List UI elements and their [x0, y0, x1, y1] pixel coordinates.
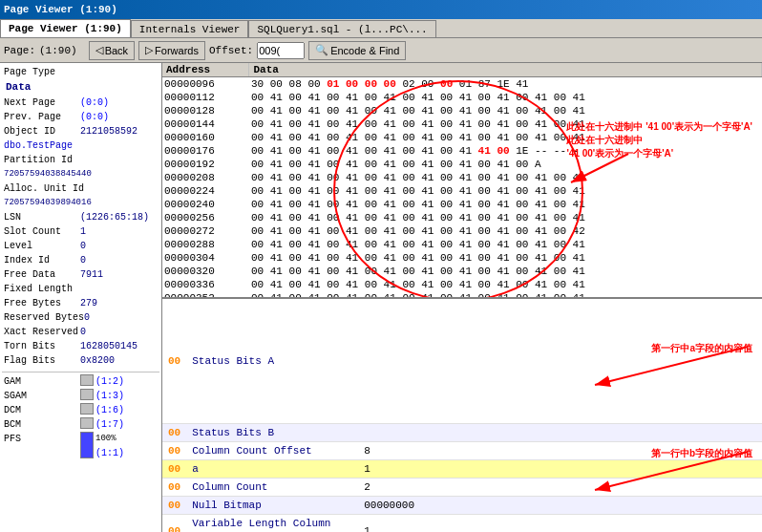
page-value: (1:90) [39, 45, 77, 56]
hex-data: 00 41 00 41 00 41 00 41 00 41 00 41 00 4… [249, 251, 762, 265]
detail-dot: 00 [162, 441, 186, 459]
hex-data: 00 41 00 41 00 41 00 41 00 41 00 41 00 4… [249, 158, 762, 171]
hex-row: 0000027200 41 00 41 00 41 00 41 00 41 00… [162, 224, 762, 238]
detail-name: Status Bits A [186, 299, 358, 424]
window-title: Page Viewer (1:90) [4, 4, 117, 15]
detail-value: 1 [358, 514, 762, 532]
page-label: Page: [4, 45, 35, 56]
main-layout: Page Type Data Next Page (0:0) Prev. Pag… [0, 63, 762, 532]
detail-dot: 00 [162, 459, 186, 478]
hex-address: 00000256 [162, 211, 249, 224]
detail-row: 00a1 [162, 459, 762, 478]
gam-checkbox [80, 374, 94, 386]
data-section: Data [2, 79, 159, 96]
encode-icon: 🔍 [315, 44, 328, 56]
hex-data: 00 41 00 41 00 41 00 41 00 41 00 41 00 4… [249, 238, 762, 251]
hex-address: 00000304 [162, 251, 249, 265]
hex-row: 0000035200 41 00 41 00 41 00 41 00 41 00… [162, 291, 762, 299]
hex-address: 00000176 [162, 144, 249, 158]
detail-name: Null Bitmap [186, 496, 358, 514]
detail-value: 2 [358, 478, 762, 496]
detail-name: Column Count Offset [186, 441, 358, 459]
detail-row: 00Column Count Offset8 [162, 441, 762, 459]
hex-row: 0000017600 41 00 41 00 41 00 41 00 41 00… [162, 144, 762, 158]
data-header: Data [249, 63, 762, 77]
page-type-label: Page Type [4, 65, 80, 79]
hex-row: 0000033600 41 00 41 00 41 00 41 00 41 00… [162, 278, 762, 291]
hex-row: 0000012800 41 00 41 00 41 00 41 00 41 00… [162, 104, 762, 117]
offset-label: Offset: [209, 45, 253, 56]
hex-row: 0000011200 41 00 41 00 41 00 41 00 41 00… [162, 91, 762, 104]
hex-row: 0000024000 41 00 41 00 41 00 41 00 41 00… [162, 198, 762, 211]
hex-address: 00000336 [162, 278, 249, 291]
hex-address: 00000192 [162, 158, 249, 171]
hex-address: 00000320 [162, 265, 249, 278]
back-icon: ◁ [95, 44, 103, 56]
hex-address: 00000112 [162, 91, 249, 104]
toolbar: Page: (1:90) ◁ Back ▷ Forwards Offset: 🔍… [0, 38, 762, 63]
hex-address: 00000240 [162, 198, 249, 211]
index-id-value: 0 [80, 253, 86, 267]
tab-page-viewer[interactable]: Page Viewer (1:90) [0, 19, 131, 37]
hex-address: 00000128 [162, 104, 249, 117]
object-id-value: 2121058592 [80, 124, 138, 138]
hex-row: 0000022400 41 00 41 00 41 00 41 00 41 00… [162, 184, 762, 198]
encode-find-button[interactable]: 🔍 Encode & Find [308, 41, 406, 60]
hex-data: 00 41 00 41 00 41 00 41 00 41 00 41 00 4… [249, 291, 762, 299]
hex-address: 00000208 [162, 171, 249, 184]
hex-data: 00 41 00 41 00 41 00 41 00 41 00 41 00 4… [249, 131, 762, 144]
pfs-bar [80, 432, 94, 458]
detail-row: 00Status Bits B [162, 423, 762, 441]
forwards-button[interactable]: ▷ Forwards [138, 41, 205, 60]
detail-row: 00Column Count2 [162, 478, 762, 496]
detail-name: a [186, 459, 358, 478]
left-panel: Page Type Data Next Page (0:0) Prev. Pag… [0, 63, 162, 532]
hex-data: 00 41 00 41 00 41 00 41 00 41 00 41 00 4… [249, 211, 762, 224]
hex-data: 00 41 00 41 00 41 00 41 00 41 00 41 00 4… [249, 265, 762, 278]
detail-value [358, 423, 762, 441]
offset-input[interactable] [257, 42, 305, 59]
tab-sql-query[interactable]: SQLQuery1.sql - (l...PC\... [248, 20, 435, 37]
hex-data: 30 00 08 00 01 00 00 00 02 00 00 01 87 1… [249, 77, 762, 92]
hex-row: 0000019200 41 00 41 00 41 00 41 00 41 00… [162, 158, 762, 171]
detail-name: Variable Length Column Count [186, 514, 358, 532]
forwards-icon: ▷ [145, 44, 153, 56]
hex-address: 00000096 [162, 77, 249, 92]
dcm-checkbox [80, 403, 94, 415]
hex-table: Address Data 0000009630 00 08 00 01 00 0… [162, 63, 762, 299]
hex-address: 00000160 [162, 131, 249, 144]
hex-view[interactable]: Address Data 0000009630 00 08 00 01 00 0… [162, 63, 762, 299]
detail-row: 00Variable Length Column Count1 [162, 514, 762, 532]
hex-data: 00 41 00 41 00 41 00 41 00 41 00 41 00 4… [249, 104, 762, 117]
address-header: Address [162, 63, 249, 77]
hex-data: 00 41 00 41 00 41 00 41 00 41 00 41 00 4… [249, 224, 762, 238]
hex-data: 00 41 00 41 00 41 00 41 00 41 00 41 00 4… [249, 184, 762, 198]
tab-internals-viewer[interactable]: Internals Viewer [131, 20, 249, 37]
hex-row: 0000014400 41 00 41 00 41 00 41 00 41 00… [162, 117, 762, 131]
right-panel: Address Data 0000009630 00 08 00 01 00 0… [162, 63, 762, 532]
detail-value [358, 299, 762, 424]
hex-data: 00 41 00 41 00 41 00 41 00 41 00 41 00 4… [249, 278, 762, 291]
hex-row: 0000009630 00 08 00 01 00 00 00 02 00 00… [162, 77, 762, 92]
hex-address: 00000288 [162, 238, 249, 251]
detail-row: 00Null Bitmap00000000 [162, 496, 762, 514]
title-bar: Page Viewer (1:90) [0, 0, 762, 19]
right-panel-inner: Address Data 0000009630 00 08 00 01 00 0… [162, 63, 762, 532]
hex-row: 0000016000 41 00 41 00 41 00 41 00 41 00… [162, 131, 762, 144]
detail-dot: 00 [162, 496, 186, 514]
hex-data: 00 41 00 41 00 41 00 41 00 41 00 41 00 4… [249, 198, 762, 211]
page-type-row: Page Type [2, 65, 159, 79]
detail-table: 00Status Bits APrimary Record, Variable … [162, 299, 762, 533]
sgam-checkbox [80, 389, 94, 400]
hex-data: 00 41 00 41 00 41 00 41 00 41 00 41 00 4… [249, 117, 762, 131]
detail-value: 00000000 [358, 496, 762, 514]
detail-value: 1 [358, 459, 762, 478]
detail-view[interactable]: 00Status Bits APrimary Record, Variable … [162, 299, 762, 533]
hex-data: 00 41 00 41 00 41 00 41 00 41 00 41 00 4… [249, 91, 762, 104]
hex-row: 0000030400 41 00 41 00 41 00 41 00 41 00… [162, 251, 762, 265]
back-button[interactable]: ◁ Back [89, 41, 135, 60]
index-id-label: Index Id [4, 253, 80, 267]
detail-row: 00Status Bits APrimary Record, Variable … [162, 299, 762, 424]
detail-dot: 00 [162, 299, 186, 424]
hex-data: 00 41 00 41 00 41 00 41 00 41 00 41 41 0… [249, 144, 762, 158]
